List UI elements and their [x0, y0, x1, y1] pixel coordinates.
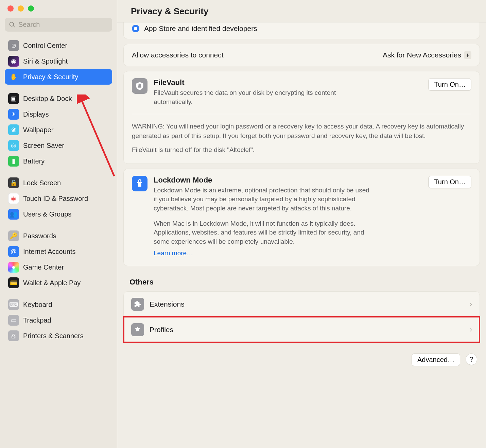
- search-icon: [9, 21, 16, 28]
- sidebar: ⎚Control Center◉Siri & Spotlight✋Privacy…: [0, 0, 117, 448]
- siri-spotlight-icon: ◉: [8, 56, 19, 67]
- sidebar-item-internet-accounts[interactable]: @Internet Accounts: [5, 244, 112, 259]
- chevron-right-icon: ›: [470, 325, 472, 334]
- lock-screen-icon: 🔒: [8, 177, 19, 188]
- privacy-security-icon: ✋: [8, 71, 19, 82]
- select-arrows-icon: ▲▼: [464, 51, 471, 59]
- sidebar-item-displays[interactable]: ☀Displays: [5, 106, 112, 122]
- sidebar-item-label: Passwords: [23, 232, 56, 240]
- sidebar-item-screen-saver[interactable]: ◎Screen Saver: [5, 138, 112, 153]
- sidebar-item-trackpad[interactable]: ▭Trackpad: [5, 312, 112, 328]
- displays-icon: ☀: [8, 109, 19, 120]
- extensions-row[interactable]: Extensions›: [124, 292, 480, 317]
- sidebar-item-label: Desktop & Dock: [23, 95, 72, 103]
- accessories-label: Allow accessories to connect: [132, 51, 224, 59]
- extensions-icon: [131, 298, 144, 311]
- sidebar-item-label: Siri & Spotlight: [23, 57, 68, 65]
- accessories-value: Ask for New Accessories: [383, 51, 461, 59]
- trackpad-icon: ▭: [8, 315, 19, 326]
- sidebar-item-label: Users & Groups: [23, 210, 71, 218]
- others-list: Extensions›Profiles›: [123, 291, 480, 343]
- sidebar-item-label: Printers & Scanners: [23, 332, 84, 340]
- wallpaper-icon: ❀: [8, 124, 19, 135]
- users-groups-icon: 👥: [8, 209, 19, 220]
- profiles-icon: [131, 323, 144, 336]
- sidebar-item-printers-scanners[interactable]: 🖨Printers & Scanners: [5, 328, 112, 344]
- game-center-icon: ●: [8, 262, 19, 273]
- window-controls: [0, 5, 117, 18]
- sidebar-item-siri-spotlight[interactable]: ◉Siri & Spotlight: [5, 53, 112, 69]
- accessories-panel: Allow accessories to connect Ask for New…: [123, 44, 480, 66]
- sidebar-item-label: Lock Screen: [23, 179, 61, 187]
- accessories-select[interactable]: Ask for New Accessories ▲▼: [383, 51, 471, 59]
- lockdown-desc1: Lockdown Mode is an extreme, optional pr…: [154, 186, 371, 213]
- wallet-apple-pay-icon: 💳: [8, 277, 19, 288]
- lockdown-turn-on-button[interactable]: Turn On…: [428, 176, 471, 188]
- printers-scanners-icon: 🖨: [8, 330, 19, 341]
- passwords-icon: 🔑: [8, 230, 19, 241]
- sidebar-item-label: Game Center: [23, 263, 64, 271]
- sidebar-item-keyboard[interactable]: ⌨Keyboard: [5, 297, 112, 312]
- filevault-status: FileVault is turned off for the disk "Al…: [132, 145, 471, 155]
- filevault-turn-on-button[interactable]: Turn On…: [428, 78, 471, 91]
- sidebar-item-label: Wallpaper: [23, 126, 53, 134]
- list-row-label: Profiles: [150, 326, 173, 334]
- profiles-row[interactable]: Profiles›: [124, 317, 480, 342]
- sidebar-item-users-groups[interactable]: 👥Users & Groups: [5, 206, 112, 222]
- sidebar-item-label: Privacy & Security: [23, 73, 78, 81]
- sidebar-item-control-center[interactable]: ⎚Control Center: [5, 38, 112, 53]
- filevault-icon: [132, 78, 147, 94]
- sidebar-item-label: Keyboard: [23, 301, 52, 309]
- sidebar-item-label: Touch ID & Password: [23, 195, 88, 203]
- lockdown-title: Lockdown Mode: [154, 176, 422, 185]
- battery-icon: ▮: [8, 156, 19, 167]
- chevron-right-icon: ›: [470, 300, 472, 309]
- content-pane: Privacy & Security App Store and identif…: [117, 0, 486, 448]
- sidebar-item-label: Screen Saver: [23, 142, 64, 150]
- sidebar-item-battery[interactable]: ▮Battery: [5, 153, 112, 169]
- maximize-window-button[interactable]: [28, 5, 34, 12]
- search-input[interactable]: [18, 21, 108, 29]
- content-header: Privacy & Security: [117, 0, 486, 22]
- sidebar-item-touch-id-password[interactable]: ◉Touch ID & Password: [5, 191, 112, 206]
- help-button[interactable]: ?: [466, 354, 477, 365]
- filevault-panel: FileVault FileVault secures the data on …: [123, 71, 480, 164]
- allow-apps-panel-partial: App Store and identified developers: [123, 22, 480, 39]
- sidebar-item-label: Control Center: [23, 42, 67, 50]
- internet-accounts-icon: @: [8, 246, 19, 257]
- page-title: Privacy & Security: [131, 6, 472, 17]
- sidebar-item-lock-screen[interactable]: 🔒Lock Screen: [5, 175, 112, 191]
- radio-label: App Store and identified developers: [144, 24, 257, 33]
- radio-app-store-identified[interactable]: App Store and identified developers: [124, 22, 480, 39]
- lockdown-learn-more-link[interactable]: Learn more…: [154, 249, 193, 257]
- sidebar-item-label: Displays: [23, 110, 49, 118]
- sidebar-item-label: Battery: [23, 157, 45, 165]
- minimize-window-button[interactable]: [18, 5, 24, 12]
- footer-row: Advanced… ?: [123, 347, 480, 367]
- lockdown-panel: Lockdown Mode Lockdown Mode is an extrem…: [123, 169, 480, 266]
- sidebar-item-desktop-dock[interactable]: ▣Desktop & Dock: [5, 91, 112, 106]
- search-field[interactable]: [5, 18, 112, 32]
- advanced-button[interactable]: Advanced…: [412, 354, 460, 366]
- filevault-warning: WARNING: You will need your login passwo…: [132, 122, 471, 140]
- lockdown-desc2: When Mac is in Lockdown Mode, it will no…: [154, 219, 371, 246]
- filevault-desc: FileVault secures the data on your disk …: [154, 88, 371, 106]
- touch-id-password-icon: ◉: [8, 193, 19, 204]
- sidebar-item-label: Trackpad: [23, 316, 51, 324]
- desktop-dock-icon: ▣: [8, 93, 19, 104]
- sidebar-item-wallpaper[interactable]: ❀Wallpaper: [5, 122, 112, 138]
- radio-selected-icon: [132, 25, 139, 32]
- close-window-button[interactable]: [7, 5, 14, 12]
- others-section-title: Others: [129, 278, 480, 287]
- lockdown-icon: [132, 176, 147, 191]
- control-center-icon: ⎚: [8, 40, 19, 51]
- content-body: App Store and identified developers Allo…: [117, 22, 486, 448]
- sidebar-item-label: Internet Accounts: [23, 248, 76, 256]
- sidebar-item-privacy-security[interactable]: ✋Privacy & Security: [5, 69, 112, 85]
- sidebar-item-wallet-apple-pay[interactable]: 💳Wallet & Apple Pay: [5, 275, 112, 291]
- filevault-title: FileVault: [154, 78, 422, 87]
- sidebar-item-label: Wallet & Apple Pay: [23, 279, 81, 287]
- screen-saver-icon: ◎: [8, 140, 19, 151]
- sidebar-item-passwords[interactable]: 🔑Passwords: [5, 228, 112, 244]
- sidebar-item-game-center[interactable]: ●Game Center: [5, 259, 112, 275]
